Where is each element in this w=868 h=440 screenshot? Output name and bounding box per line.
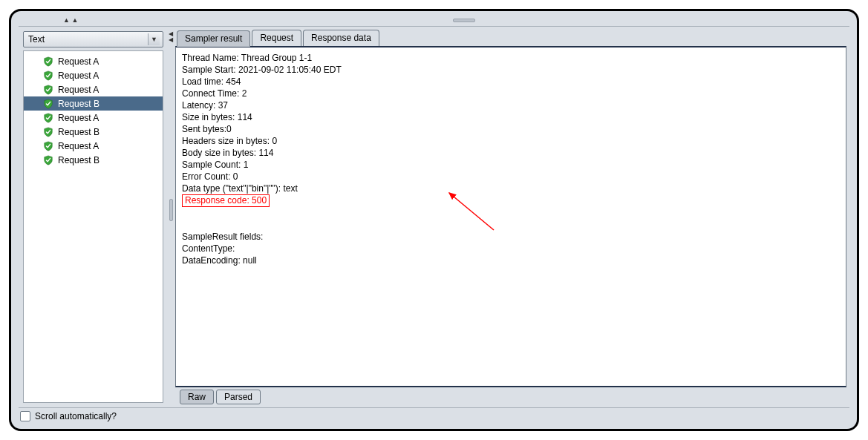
tree-item-label: Request A xyxy=(58,113,99,123)
tree-item-label: Request A xyxy=(58,141,99,151)
tree-item[interactable]: Request B xyxy=(24,153,163,167)
format-tab[interactable]: Parsed xyxy=(216,390,261,404)
tab[interactable]: Request xyxy=(252,30,301,46)
view-mode-dropdown[interactable]: Text ▼ xyxy=(23,31,163,47)
response-code-highlight: Response code: 500 xyxy=(182,194,270,207)
format-tabs: RawParsed xyxy=(175,387,846,404)
result-line: Headers size in bytes: 0 xyxy=(182,135,840,147)
tree-item[interactable]: Request A xyxy=(24,54,163,68)
scroll-auto-checkbox[interactable] xyxy=(20,411,30,421)
left-panel: Text ▼ Request ARequest ARequest AReques… xyxy=(19,27,168,407)
main-split: Text ▼ Request ARequest ARequest AReques… xyxy=(19,26,849,408)
result-line xyxy=(182,219,840,231)
tree-item[interactable]: Request A xyxy=(24,139,163,153)
result-line: Thread Name: Thread Group 1-1 xyxy=(182,52,840,64)
collapse-up-icon[interactable]: ▲ ▲ xyxy=(63,16,78,24)
tab[interactable]: Response data xyxy=(303,30,379,46)
tree-item[interactable]: Request A xyxy=(24,111,163,125)
success-shield-icon xyxy=(43,99,53,109)
success-shield-icon xyxy=(43,56,53,67)
tree-item[interactable]: Request B xyxy=(24,125,163,139)
scroll-auto-label: Scroll automatically? xyxy=(35,411,117,421)
sampler-result-content: Thread Name: Thread Group 1-1Sample Star… xyxy=(175,46,846,387)
result-line: Connect Time: 2 xyxy=(182,88,840,99)
success-shield-icon xyxy=(43,155,53,165)
result-line: Size in bytes: 114 xyxy=(182,111,840,123)
result-text: Thread Name: Thread Group 1-1Sample Star… xyxy=(182,52,840,266)
drag-handle[interactable] xyxy=(453,19,475,22)
request-tree[interactable]: Request ARequest ARequest ARequest BRequ… xyxy=(23,50,163,403)
result-line: Sample Start: 2021-09-02 11:05:40 EDT xyxy=(182,64,840,76)
detail-tabs: Sampler resultRequestResponse data xyxy=(175,30,846,46)
success-shield-icon xyxy=(43,113,53,123)
success-shield-icon xyxy=(43,141,53,151)
result-line: Sample Count: 1 xyxy=(182,159,840,171)
right-panel: Sampler resultRequestResponse data Threa… xyxy=(174,27,849,407)
result-line: DataEncoding: null xyxy=(182,255,840,266)
footer: Scroll automatically? xyxy=(19,408,849,421)
splitter-grip[interactable] xyxy=(169,199,173,221)
success-shield-icon xyxy=(43,85,53,95)
result-line: Data type ("text"|"bin"|""): text xyxy=(182,183,840,194)
result-line xyxy=(182,207,840,219)
tree-item-label: Request A xyxy=(58,70,99,81)
result-line: SampleResult fields: xyxy=(182,231,840,243)
dropdown-value: Text xyxy=(28,34,45,45)
result-line: Body size in bytes: 114 xyxy=(182,147,840,159)
splitter[interactable]: ◀ ◀ xyxy=(168,27,174,407)
result-line: Load time: 454 xyxy=(182,76,840,88)
tab[interactable]: Sampler result xyxy=(177,30,250,47)
top-strip: ▲ ▲ xyxy=(19,16,849,24)
success-shield-icon xyxy=(43,70,53,81)
result-line: Latency: 37 xyxy=(182,99,840,111)
result-line: ContentType: xyxy=(182,243,840,255)
tree-item-label: Request A xyxy=(58,56,99,67)
results-window: ▲ ▲ Text ▼ Request ARequest ARequest ARe… xyxy=(9,9,859,431)
success-shield-icon xyxy=(43,127,53,137)
format-tab[interactable]: Raw xyxy=(180,390,214,404)
tree-item-label: Request B xyxy=(58,127,99,137)
tree-item[interactable]: Request A xyxy=(24,68,163,82)
result-line: Sent bytes:0 xyxy=(182,123,840,135)
result-line: Error Count: 0 xyxy=(182,171,840,183)
tree-item[interactable]: Request B xyxy=(24,96,163,111)
tree-item[interactable]: Request A xyxy=(24,82,163,96)
tree-item-label: Request A xyxy=(58,85,99,95)
collapse-left-icon[interactable]: ◀ xyxy=(169,37,173,43)
result-line-highlighted: Response code: 500 xyxy=(182,194,840,207)
tree-item-label: Request B xyxy=(58,99,99,109)
chevron-down-icon: ▼ xyxy=(148,33,160,45)
tree-item-label: Request B xyxy=(58,155,99,165)
